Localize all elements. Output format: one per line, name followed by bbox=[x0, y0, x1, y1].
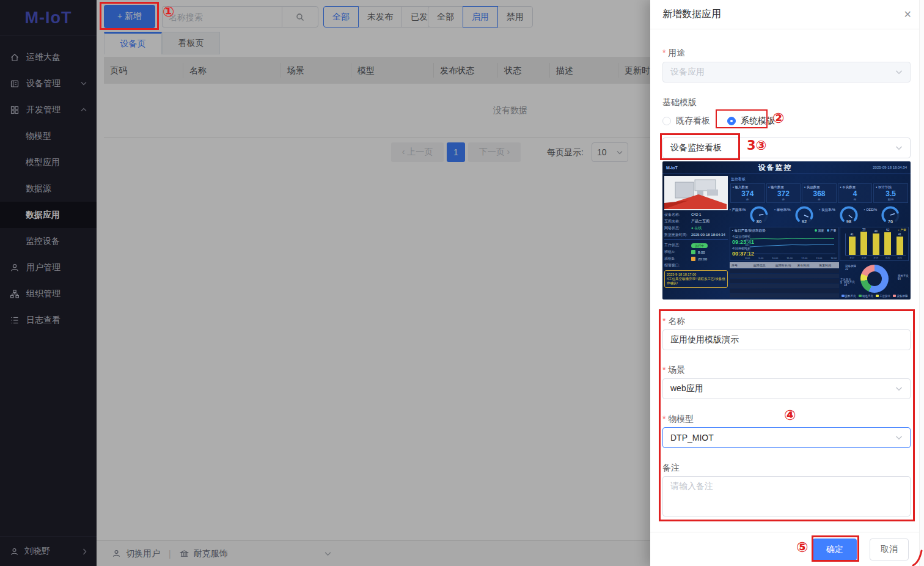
preview-right-panel: 监控看板 ▪ 输入数量374件▪ 输出数量372件▪ 良品数量368件▪ 不良数… bbox=[730, 176, 909, 298]
kpi-card: ▪ 输入数量374件 bbox=[730, 183, 765, 203]
donut-chart-panel: 原料不良64制造不良18工艺异常9设备故障22 原料不良 制造不良 工艺异常 设… bbox=[840, 262, 909, 298]
purpose-value: 设备应用 bbox=[670, 67, 705, 78]
modal-mask[interactable] bbox=[0, 0, 650, 566]
annotation-step-3: 3③ bbox=[747, 139, 766, 152]
donut-label: 设备故障22 bbox=[845, 265, 856, 271]
fault-table: 序号故障信息故障时长/分发生时间恢复时间 bbox=[730, 262, 839, 298]
preview-timestamp: 2025-09-18 18:04:34 bbox=[873, 166, 907, 169]
bar-chart-panel: ▪ 产量 413/17533/18493/19523/20413/21 bbox=[840, 227, 909, 261]
device-info-row: 网络状态:● 在线 bbox=[664, 226, 728, 230]
preview-charts-row: ▪ 每日产量/良品率趋势 温度 产量 今日运行时长 09:23:41 今日停机时… bbox=[730, 227, 909, 261]
gauge: ▪ 良品率/%98 bbox=[820, 204, 864, 226]
device-info-list: 设备名称:C42-1车间名称:产品二车间网络状态:● 在线数据更新时间:2025… bbox=[664, 210, 728, 237]
status-list: 工作状态:运行中班组A:8:00班组B:20:00 bbox=[664, 241, 728, 262]
preview-gauge-row: ▪ 产能率/%80▪ 稼动率/%92▪ 良品率/%98▪ OEE/%76 bbox=[730, 204, 909, 226]
kpi-card: ▪ 良品数量368件 bbox=[802, 183, 837, 203]
annotation-box-2 bbox=[716, 109, 768, 128]
template-label: 基础模版 bbox=[662, 97, 697, 108]
preview-kpi-row: ▪ 输入数量374件▪ 输出数量372件▪ 良品数量368件▪ 不良数量4件▪ … bbox=[730, 183, 909, 204]
drawer-footer: 确定 取消 bbox=[650, 532, 924, 566]
status-badge: 运行中 bbox=[691, 243, 708, 248]
svg-text:50: 50 bbox=[747, 249, 749, 251]
gauge: ▪ OEE/%76 bbox=[864, 204, 909, 226]
radio-icon bbox=[662, 117, 671, 125]
status-row: 工作状态:运行中 bbox=[664, 243, 728, 248]
annotation-step-1: ① bbox=[163, 5, 174, 19]
template-preview-image: M-IoT 设备监控 2025-09-18 18:04:34 设备名称:C42-… bbox=[662, 161, 911, 300]
svg-text:98: 98 bbox=[846, 219, 851, 224]
trend-chart-panel: ▪ 每日产量/良品率趋势 温度 产量 今日运行时长 09:23:41 今日停机时… bbox=[730, 227, 838, 261]
kpi-card: ▪ 不良数量4件 bbox=[838, 183, 873, 203]
drawer-title: 新增数据应用 bbox=[662, 8, 721, 21]
bar: 523/20 bbox=[884, 232, 891, 255]
fault-table-row bbox=[730, 284, 839, 288]
trend-legend: 温度 产量 bbox=[815, 229, 836, 233]
annotation-step-2: ② bbox=[772, 111, 784, 125]
svg-text:150: 150 bbox=[746, 239, 749, 241]
fault-table-row bbox=[730, 289, 839, 293]
drawer-header: 新增数据应用 ✕ bbox=[650, 0, 924, 29]
annotation-box-1 bbox=[100, 2, 159, 30]
radio-label: 既存看板 bbox=[676, 116, 710, 127]
line-chart-x-labels: 8:009:0010:0011:0012:0013:0014:00 bbox=[745, 257, 837, 260]
svg-text:76: 76 bbox=[888, 219, 893, 224]
donut-label: 原料不良64 bbox=[898, 274, 909, 281]
status-row: 班组B:20:00 bbox=[664, 256, 728, 262]
preview-logo: M-IoT bbox=[666, 166, 678, 170]
gauge: ▪ 稼动率/%92 bbox=[774, 204, 819, 226]
machine-image bbox=[664, 176, 728, 210]
status-row: 班组A:8:00 bbox=[664, 249, 728, 255]
bar: 413/21 bbox=[897, 237, 903, 255]
purpose-label: 用途 bbox=[662, 48, 685, 59]
bar-chart: 413/17533/18493/19523/20413/21 bbox=[845, 233, 906, 255]
alarm-box: 2025-9-18 18:17:004工位真空吸嘴异常! 请联系工艺/设备值班确… bbox=[664, 270, 728, 288]
bar-legend: ▪ 产量 bbox=[898, 228, 906, 232]
annotation-box-5 bbox=[812, 535, 859, 562]
device-info-row: 车间名称:产品二车间 bbox=[664, 219, 728, 224]
bar: 533/18 bbox=[860, 232, 867, 255]
donut-legend: 原料不良 制造不良 工艺异常 设备故障 bbox=[840, 295, 909, 298]
device-info-row: 设备名称:C42-1 bbox=[664, 212, 728, 217]
fault-table-row bbox=[730, 293, 839, 298]
radio-existing-board[interactable]: 既存看板 bbox=[662, 116, 710, 127]
bar: 493/19 bbox=[873, 233, 879, 255]
device-info-row: 数据更新时间:2025-09-18 18:04:34 bbox=[664, 232, 728, 237]
preview-section-label: 监控看板 bbox=[731, 177, 909, 182]
close-icon[interactable]: ✕ bbox=[904, 9, 912, 20]
preview-left-panel: 设备名称:C42-1车间名称:产品二车间网络状态:● 在线数据更新时间:2025… bbox=[664, 176, 728, 298]
alarm-label: 报警窗口: bbox=[664, 263, 689, 268]
svg-text:92: 92 bbox=[802, 219, 807, 224]
fault-table-header: 序号故障信息故障时长/分发生时间恢复时间 bbox=[730, 262, 839, 268]
svg-text:80: 80 bbox=[757, 219, 761, 224]
drawer-scrollbar[interactable] bbox=[919, 0, 924, 566]
fault-table-row bbox=[730, 279, 839, 283]
preview-header: M-IoT 设备监控 2025-09-18 18:04:34 bbox=[662, 161, 911, 174]
chevron-down-icon bbox=[895, 145, 903, 150]
fault-table-row bbox=[730, 269, 839, 273]
purpose-select: 设备应用 bbox=[662, 62, 911, 83]
chevron-down-icon bbox=[895, 70, 903, 75]
alarm-label-row: 报警窗口: bbox=[664, 263, 728, 268]
fault-table-row bbox=[730, 274, 839, 278]
donut-label: 工艺异常9 bbox=[840, 278, 851, 284]
trend-title: ▪ 每日产量/良品率趋势 bbox=[732, 229, 766, 233]
line-chart: 250 150 100 50 bbox=[744, 233, 837, 257]
annotation-step-5: ⑤ bbox=[796, 540, 808, 554]
preview-bottom-row: 序号故障信息故障时长/分发生时间恢复时间 原料不良64制造不良18工艺异常9设备… bbox=[730, 262, 909, 298]
cancel-button[interactable]: 取消 bbox=[870, 538, 909, 560]
bar: 413/17 bbox=[849, 237, 856, 255]
kpi-card: ▪ 输出数量372件 bbox=[766, 183, 801, 203]
preview-body: 设备名称:C42-1车间名称:产品二车间网络状态:● 在线数据更新时间:2025… bbox=[662, 174, 911, 300]
gauge: ▪ 产能率/%80 bbox=[730, 204, 774, 226]
preview-title: 设备监控 bbox=[678, 163, 873, 173]
annotation-stroke bbox=[912, 549, 924, 566]
donut-chart bbox=[860, 265, 889, 293]
svg-text:100: 100 bbox=[746, 244, 749, 246]
annotation-box-3 bbox=[660, 133, 740, 160]
kpi-card: ▪ 设计节拍3.5秒/件 bbox=[873, 183, 908, 203]
svg-text:250: 250 bbox=[746, 235, 749, 237]
divider bbox=[664, 239, 728, 240]
annotation-step-4: ④ bbox=[784, 408, 796, 422]
